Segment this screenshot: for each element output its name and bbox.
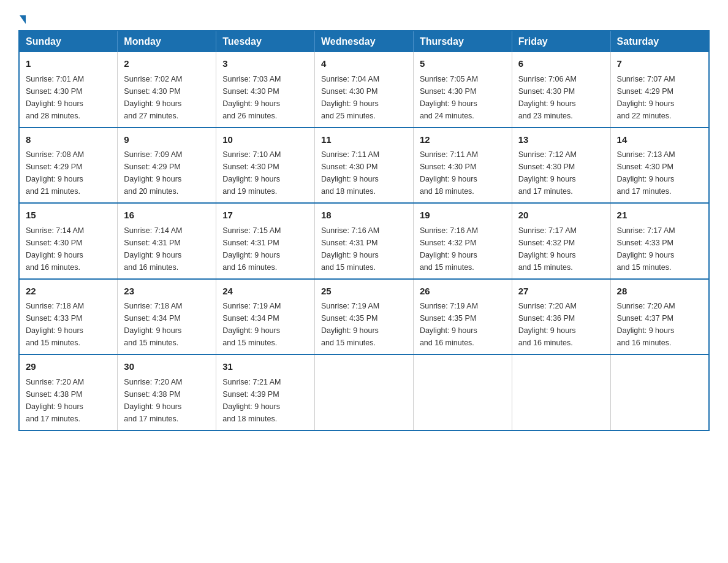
calendar-cell: 16Sunrise: 7:14 AMSunset: 4:31 PMDayligh… bbox=[118, 203, 216, 279]
col-header-tuesday: Tuesday bbox=[216, 31, 315, 52]
calendar-week-row: 15Sunrise: 7:14 AMSunset: 4:30 PMDayligh… bbox=[19, 203, 709, 279]
calendar-week-row: 22Sunrise: 7:18 AMSunset: 4:33 PMDayligh… bbox=[19, 279, 709, 355]
day-number: 22 bbox=[26, 285, 111, 299]
day-info: Sunrise: 7:08 AMSunset: 4:29 PMDaylight:… bbox=[26, 150, 84, 196]
day-number: 8 bbox=[26, 133, 111, 147]
calendar-cell bbox=[512, 354, 610, 431]
calendar-cell: 31Sunrise: 7:21 AMSunset: 4:39 PMDayligh… bbox=[216, 354, 315, 431]
day-info: Sunrise: 7:18 AMSunset: 4:34 PMDaylight:… bbox=[124, 302, 182, 347]
calendar-cell: 21Sunrise: 7:17 AMSunset: 4:33 PMDayligh… bbox=[610, 203, 709, 279]
day-info: Sunrise: 7:14 AMSunset: 4:31 PMDaylight:… bbox=[124, 226, 182, 272]
col-header-monday: Monday bbox=[118, 31, 216, 52]
day-info: Sunrise: 7:10 AMSunset: 4:30 PMDaylight:… bbox=[222, 150, 281, 196]
day-info: Sunrise: 7:19 AMSunset: 4:35 PMDaylight:… bbox=[321, 302, 379, 347]
calendar-cell: 9Sunrise: 7:09 AMSunset: 4:29 PMDaylight… bbox=[118, 128, 216, 204]
calendar-cell: 24Sunrise: 7:19 AMSunset: 4:34 PMDayligh… bbox=[216, 279, 315, 355]
calendar-cell: 30Sunrise: 7:20 AMSunset: 4:38 PMDayligh… bbox=[118, 354, 216, 431]
day-info: Sunrise: 7:17 AMSunset: 4:32 PMDaylight:… bbox=[518, 226, 577, 272]
day-info: Sunrise: 7:21 AMSunset: 4:39 PMDaylight:… bbox=[222, 378, 281, 423]
day-info: Sunrise: 7:20 AMSunset: 4:36 PMDaylight:… bbox=[518, 302, 577, 347]
day-number: 27 bbox=[518, 285, 604, 299]
day-info: Sunrise: 7:07 AMSunset: 4:29 PMDaylight:… bbox=[617, 75, 675, 120]
calendar-cell: 14Sunrise: 7:13 AMSunset: 4:30 PMDayligh… bbox=[610, 128, 709, 204]
calendar-cell: 29Sunrise: 7:20 AMSunset: 4:38 PMDayligh… bbox=[19, 354, 118, 431]
calendar-cell: 3Sunrise: 7:03 AMSunset: 4:30 PMDaylight… bbox=[216, 52, 315, 128]
day-number: 24 bbox=[222, 285, 308, 299]
day-number: 18 bbox=[321, 209, 407, 223]
day-number: 10 bbox=[222, 133, 308, 147]
calendar-cell: 8Sunrise: 7:08 AMSunset: 4:29 PMDaylight… bbox=[19, 128, 118, 204]
day-number: 23 bbox=[124, 285, 210, 299]
day-info: Sunrise: 7:09 AMSunset: 4:29 PMDaylight:… bbox=[124, 150, 182, 196]
day-info: Sunrise: 7:12 AMSunset: 4:30 PMDaylight:… bbox=[518, 150, 577, 196]
calendar-cell: 19Sunrise: 7:16 AMSunset: 4:32 PMDayligh… bbox=[413, 203, 512, 279]
day-number: 17 bbox=[222, 209, 308, 223]
day-info: Sunrise: 7:11 AMSunset: 4:30 PMDaylight:… bbox=[420, 150, 478, 196]
calendar-table: SundayMondayTuesdayWednesdayThursdayFrid… bbox=[18, 30, 710, 431]
day-number: 25 bbox=[321, 285, 407, 299]
day-info: Sunrise: 7:14 AMSunset: 4:30 PMDaylight:… bbox=[26, 226, 84, 272]
day-info: Sunrise: 7:16 AMSunset: 4:31 PMDaylight:… bbox=[321, 226, 379, 272]
day-number: 6 bbox=[518, 57, 604, 71]
day-number: 4 bbox=[321, 57, 407, 71]
calendar-cell: 20Sunrise: 7:17 AMSunset: 4:32 PMDayligh… bbox=[512, 203, 610, 279]
day-number: 20 bbox=[518, 209, 604, 223]
calendar-cell: 10Sunrise: 7:10 AMSunset: 4:30 PMDayligh… bbox=[216, 128, 315, 204]
day-number: 5 bbox=[420, 57, 506, 71]
calendar-cell: 1Sunrise: 7:01 AMSunset: 4:30 PMDaylight… bbox=[19, 52, 118, 128]
calendar-cell: 13Sunrise: 7:12 AMSunset: 4:30 PMDayligh… bbox=[512, 128, 610, 204]
day-info: Sunrise: 7:20 AMSunset: 4:38 PMDaylight:… bbox=[26, 378, 84, 423]
day-number: 9 bbox=[124, 133, 210, 147]
day-info: Sunrise: 7:02 AMSunset: 4:30 PMDaylight:… bbox=[124, 75, 182, 120]
day-info: Sunrise: 7:20 AMSunset: 4:38 PMDaylight:… bbox=[124, 378, 182, 423]
day-number: 3 bbox=[222, 57, 308, 71]
day-number: 28 bbox=[617, 285, 702, 299]
calendar-cell: 11Sunrise: 7:11 AMSunset: 4:30 PMDayligh… bbox=[315, 128, 414, 204]
day-info: Sunrise: 7:15 AMSunset: 4:31 PMDaylight:… bbox=[222, 226, 281, 272]
day-info: Sunrise: 7:13 AMSunset: 4:30 PMDaylight:… bbox=[617, 150, 675, 196]
calendar-cell: 25Sunrise: 7:19 AMSunset: 4:35 PMDayligh… bbox=[315, 279, 414, 355]
col-header-saturday: Saturday bbox=[610, 31, 709, 52]
day-number: 14 bbox=[617, 133, 702, 147]
calendar-cell: 4Sunrise: 7:04 AMSunset: 4:30 PMDaylight… bbox=[315, 52, 414, 128]
calendar-cell: 15Sunrise: 7:14 AMSunset: 4:30 PMDayligh… bbox=[19, 203, 118, 279]
col-header-sunday: Sunday bbox=[19, 31, 118, 52]
day-info: Sunrise: 7:11 AMSunset: 4:30 PMDaylight:… bbox=[321, 150, 379, 196]
day-info: Sunrise: 7:16 AMSunset: 4:32 PMDaylight:… bbox=[420, 226, 478, 272]
calendar-cell: 26Sunrise: 7:19 AMSunset: 4:35 PMDayligh… bbox=[413, 279, 512, 355]
day-number: 12 bbox=[420, 133, 506, 147]
col-header-wednesday: Wednesday bbox=[315, 31, 414, 52]
day-number: 19 bbox=[420, 209, 506, 223]
calendar-cell bbox=[610, 354, 709, 431]
calendar-cell: 22Sunrise: 7:18 AMSunset: 4:33 PMDayligh… bbox=[19, 279, 118, 355]
day-number: 29 bbox=[26, 360, 111, 374]
day-info: Sunrise: 7:06 AMSunset: 4:30 PMDaylight:… bbox=[518, 75, 577, 120]
day-number: 15 bbox=[26, 209, 111, 223]
day-info: Sunrise: 7:05 AMSunset: 4:30 PMDaylight:… bbox=[420, 75, 478, 120]
calendar-week-row: 29Sunrise: 7:20 AMSunset: 4:38 PMDayligh… bbox=[19, 354, 709, 431]
logo-triangle-icon bbox=[20, 15, 26, 24]
day-number: 21 bbox=[617, 209, 702, 223]
day-info: Sunrise: 7:04 AMSunset: 4:30 PMDaylight:… bbox=[321, 75, 379, 120]
day-number: 26 bbox=[420, 285, 506, 299]
day-info: Sunrise: 7:17 AMSunset: 4:33 PMDaylight:… bbox=[617, 226, 675, 272]
calendar-cell: 17Sunrise: 7:15 AMSunset: 4:31 PMDayligh… bbox=[216, 203, 315, 279]
calendar-cell: 6Sunrise: 7:06 AMSunset: 4:30 PMDaylight… bbox=[512, 52, 610, 128]
calendar-cell: 5Sunrise: 7:05 AMSunset: 4:30 PMDaylight… bbox=[413, 52, 512, 128]
calendar-week-row: 1Sunrise: 7:01 AMSunset: 4:30 PMDaylight… bbox=[19, 52, 709, 128]
calendar-cell: 7Sunrise: 7:07 AMSunset: 4:29 PMDaylight… bbox=[610, 52, 709, 128]
page-header bbox=[18, 12, 710, 24]
day-info: Sunrise: 7:20 AMSunset: 4:37 PMDaylight:… bbox=[617, 302, 675, 347]
calendar-week-row: 8Sunrise: 7:08 AMSunset: 4:29 PMDaylight… bbox=[19, 128, 709, 204]
day-number: 13 bbox=[518, 133, 604, 147]
calendar-cell: 28Sunrise: 7:20 AMSunset: 4:37 PMDayligh… bbox=[610, 279, 709, 355]
day-info: Sunrise: 7:19 AMSunset: 4:34 PMDaylight:… bbox=[222, 302, 281, 347]
day-number: 2 bbox=[124, 57, 210, 71]
day-number: 11 bbox=[321, 133, 407, 147]
col-header-thursday: Thursday bbox=[413, 31, 512, 52]
day-number: 16 bbox=[124, 209, 210, 223]
calendar-cell bbox=[315, 354, 414, 431]
calendar-cell: 27Sunrise: 7:20 AMSunset: 4:36 PMDayligh… bbox=[512, 279, 610, 355]
calendar-cell: 2Sunrise: 7:02 AMSunset: 4:30 PMDaylight… bbox=[118, 52, 216, 128]
day-number: 30 bbox=[124, 360, 210, 374]
